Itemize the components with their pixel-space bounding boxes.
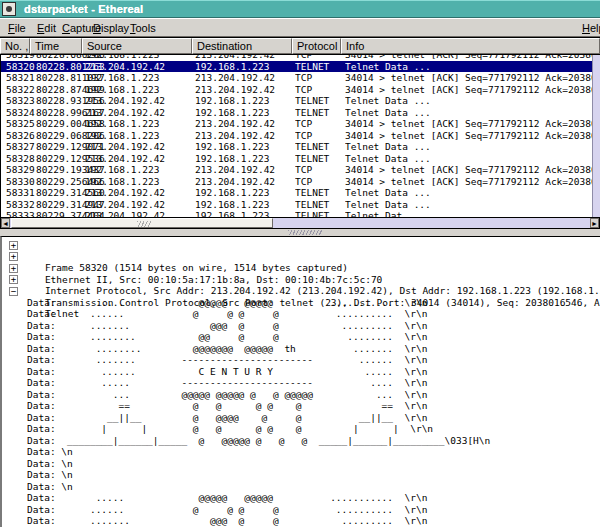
cell-info: Telnet Data ... [345,61,600,73]
telnet-data-line[interactable]: Data: ........ @@ @ @ ........ \r\n [2,331,600,343]
packet-detail-pane: + Frame 58320 (1514 bytes on wire, 1514 … [0,236,600,527]
cell-source: 213.204.192.42 [85,95,185,107]
telnet-data-line[interactable]: Data: \n [2,446,600,458]
cell-source: 213.204.192.42 [85,153,185,165]
detail-tree-item[interactable]: + Internet Protocol, Src Addr: 213.204.1… [2,262,600,274]
cell-source: 192.168.1.223 [85,72,185,84]
telnet-data-line[interactable]: Data: \n [2,458,600,470]
packet-row[interactable]: 58321 80228.811037 192.168.1.223 213.204… [1,72,600,84]
telnet-data-line[interactable]: Data: ...... C E N T U R Y ..... \r\n [2,366,600,378]
telnet-data-line[interactable]: Data: ....... @@@ @ @ ......... \r\n [2,515,600,527]
cell-destination: 213.204.192.42 [195,164,295,176]
packet-row[interactable]: 58322 80228.874699 192.168.1.223 213.204… [1,84,600,96]
packet-row[interactable]: 58325 80229.004658 192.168.1.223 213.204… [1,118,600,130]
cell-destination: 192.168.1.223 [195,95,295,107]
menu-edit[interactable]: Edit [37,22,56,34]
title-bar[interactable]: dstarpacket - Ethereal [0,0,600,18]
packet-row[interactable]: 58328 80229.129536 213.204.192.42 192.16… [1,153,600,165]
detail-tree-item[interactable]: − Telnet [2,285,600,297]
cell-info: Telnet Data ... [345,141,600,153]
packet-row[interactable]: 58329 80229.193437 192.168.1.223 213.204… [1,164,600,176]
cell-protocol: TELNET [295,199,343,211]
cell-info: 34014 > telnet [ACK] Seq=771792112 Ack=2… [345,118,600,130]
cell-source: 192.168.1.223 [85,176,185,188]
telnet-data-line[interactable]: Data: ________|______|_____ @ @@@@@ @ @ … [2,435,600,447]
packet-row[interactable]: 58323 80228.931956 213.204.192.42 192.16… [1,95,600,107]
cell-no: 58330 [6,176,35,188]
telnet-data-line[interactable]: Data: ... @@@@@ @@@@@ @ @ @@@@@ ... \r\n [2,389,600,401]
telnet-data-line[interactable]: Data: ...... @ @ @ @ .......... \r\n [2,504,600,516]
cell-destination: 213.204.192.42 [195,176,295,188]
column-header-info[interactable]: Info [341,38,600,54]
cell-destination: 213.204.192.42 [195,130,295,142]
telnet-data-line[interactable]: Data: == @ @ @ @ @ == \r\n [2,400,600,412]
telnet-data-line[interactable]: Data: | | @ @ @ @ @ | | \r\n [2,423,600,435]
cell-info: Telnet Data ... [345,199,600,211]
vertical-scrollbar[interactable] [592,55,600,217]
detail-tree-item[interactable]: + Frame 58320 (1514 bytes on wire, 1514 … [2,239,600,251]
cell-no: 58326 [6,130,35,142]
packet-row[interactable]: 58327 80229.129071 213.204.192.42 192.16… [1,141,600,153]
packet-row[interactable]: 58332 80229.314947 213.204.192.42 192.16… [1,199,600,211]
menu-file[interactable]: File [8,22,26,34]
column-header-no[interactable]: No. , [0,38,30,54]
telnet-data-line[interactable]: Data: __||__ @ @@@@ @ @ __||__ \r\n [2,412,600,424]
cell-protocol: TELNET [295,187,343,199]
tree-expander-icon[interactable]: + [9,241,18,250]
telnet-data-line[interactable]: Data: ...... @ @ @ @ .......... \r\n [2,308,600,320]
telnet-data-line[interactable]: Data: ....... @@@ @ @ ......... \r\n [2,320,600,332]
cell-destination: 192.168.1.223 [195,210,295,217]
scroll-right-icon[interactable]: ► [590,218,599,228]
column-header-source[interactable]: Source [82,38,192,54]
packet-row[interactable]: 58330 80229.256466 192.168.1.223 213.204… [1,176,600,188]
tree-expander-icon[interactable]: − [9,287,18,296]
column-header-protocol[interactable]: Protocol [292,38,341,54]
telnet-data-line[interactable]: Data: \n [2,469,600,481]
packet-row[interactable]: 58331 80229.314560 213.204.192.42 192.16… [1,187,600,199]
tree-expander-icon[interactable]: + [9,275,18,284]
window-menu-button[interactable] [2,2,16,16]
detail-tree-item[interactable]: + Ethernet II, Src: 00:10:5a:17:1b:8a, D… [2,251,600,263]
cell-source: 192.168.1.223 [85,130,185,142]
cell-no: 58323 [6,95,35,107]
cell-info: Telnet Data ... [345,107,600,119]
telnet-data-line[interactable]: Data: ....... ----------------------- ..… [2,354,600,366]
cell-info: Telnet Data ... [345,153,600,165]
cell-no: 58333 [6,210,35,217]
cell-destination: 192.168.1.223 [195,107,295,119]
cell-protocol: TCP [295,118,343,130]
detail-tree-item[interactable]: + Transmission Control Protocol, Src Por… [2,274,600,286]
pane-divider-grip-icon [288,230,322,235]
cell-protocol: TCP [295,130,343,142]
cell-no: 58331 [6,187,35,199]
packet-row[interactable]: 58324 80228.996167 213.204.192.42 192.16… [1,107,600,119]
tree-expander-icon[interactable]: + [9,252,18,261]
cell-source: 213.204.192.42 [85,187,185,199]
telnet-data-line[interactable]: Data: ..... ----------------------- ....… [2,377,600,389]
cell-protocol: TCP [295,72,343,84]
packet-row[interactable]: 58326 80229.068206 192.168.1.223 213.204… [1,130,600,142]
telnet-data-line[interactable]: Data: \n [2,481,600,493]
cell-protocol: TCP [295,164,343,176]
telnet-data-line[interactable]: Data: ..... @@@@@ @@@@@ ........... \r\n [2,297,600,309]
scroll-left-icon[interactable]: ◄ [1,218,10,228]
cell-protocol: TELNET [295,95,343,107]
column-header-time[interactable]: Time [30,38,82,54]
menu-display[interactable]: Display [93,22,129,34]
telnet-data-line[interactable]: Data: ..... @@@@@ @@@@@ ........... \r\n [2,492,600,504]
packet-row[interactable]: 58320 80228.801263 213.204.192.42 192.16… [1,61,600,73]
packet-list-header: No. , Time Source Destination Protocol I… [0,37,600,55]
pane-divider[interactable] [0,229,600,236]
menu-tools[interactable]: Tools [130,22,156,34]
column-header-destination[interactable]: Destination [192,38,292,54]
horizontal-scrollbar[interactable]: ◄ ► [0,217,600,229]
telnet-data-line[interactable]: Data: ........ @@@@@@@ @@@@@ th ....... … [2,343,600,355]
cell-destination: 192.168.1.223 [195,61,295,73]
menu-help[interactable]: Help [582,22,600,34]
window-title: dstarpacket - Ethereal [24,3,143,15]
tree-expander-icon[interactable]: + [9,264,18,273]
cell-source: 192.168.1.223 [85,84,185,96]
horizontal-scrollbar-thumb[interactable] [11,218,273,228]
packet-row[interactable]: 58333 80229.374404 213.204.192.42 192.16… [1,210,600,217]
cell-no: 58320 [6,61,35,73]
